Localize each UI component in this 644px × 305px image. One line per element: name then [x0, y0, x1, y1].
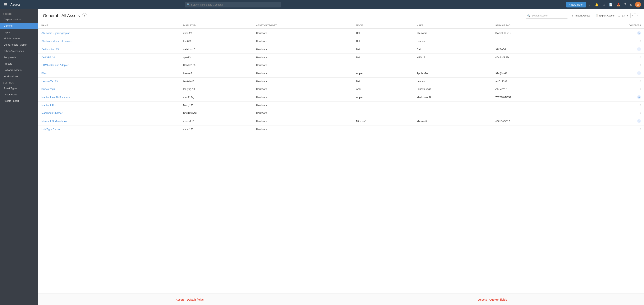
sidebar-item-display-monitor[interactable]: Display Monitor — [0, 16, 38, 23]
cell-display-id: Chst876543 — [180, 109, 253, 117]
cell-contacts: 2 — [575, 45, 644, 54]
cell-contacts: 1 — [575, 69, 644, 78]
cell-model: Dell — [353, 54, 414, 61]
table-row[interactable]: HDMI cable and Adapter HSMIO123 Hardware… — [38, 61, 644, 69]
help-icon-btn[interactable]: ? — [623, 2, 627, 7]
pagination-controls: ‹ › — [630, 13, 640, 18]
col-make: MAKE — [414, 22, 492, 28]
table-row[interactable]: iMac imac-43 Hardware Apple Apple Mac 32… — [38, 69, 644, 78]
cell-model — [353, 61, 414, 69]
table-row[interactable]: Mackbook Charger Chst876543 Hardware 0 — [38, 109, 644, 117]
prev-page-button[interactable]: ‹ — [630, 13, 634, 18]
cell-name: Alienware - gaming laptop — [38, 28, 180, 37]
cell-model — [353, 109, 414, 117]
sidebar-item-assets-import[interactable]: Assets Import — [0, 98, 38, 104]
cell-model: Apple — [353, 93, 414, 101]
cell-category: Hardware — [253, 101, 353, 109]
cell-name: Dell XPS 14 — [38, 54, 180, 61]
cell-name: Macbook Pro — [38, 101, 180, 109]
cell-service-tag: 32#SAD& — [492, 45, 575, 54]
contact-badge[interactable]: 2 — [637, 47, 641, 51]
cell-service-tag — [492, 101, 575, 109]
inbox-icon-btn[interactable]: 📥 — [616, 2, 622, 7]
import-label: Import Assets — [575, 14, 590, 17]
cell-display-id: HSMIO123 — [180, 61, 253, 69]
table-row[interactable]: Dell Inspiron 15 dell-iins-15 Hardware D… — [38, 45, 644, 54]
contact-badge[interactable]: 1 — [637, 119, 641, 123]
cell-make: Mackbook Air — [414, 93, 492, 101]
cell-category: Hardware — [253, 125, 353, 133]
sidebar-item-mobile-devices[interactable]: Mobile devices — [0, 35, 38, 41]
cell-name: Usb Type C - Hub — [38, 125, 180, 133]
contact-badge[interactable]: 1 — [637, 71, 641, 75]
check-icon-btn[interactable]: ✓ — [588, 2, 592, 7]
nav-search-input[interactable] — [185, 2, 281, 7]
sidebar-item-peripherals[interactable]: Peripherals — [0, 54, 38, 60]
cell-model: Dell — [353, 37, 414, 45]
sidebar-item-office-assets-admin[interactable]: Office Assets - Admin — [0, 41, 38, 48]
cell-category: Hardware — [253, 54, 353, 61]
sidebar-item-other-accessories[interactable]: Other Accessories — [0, 48, 38, 54]
cell-service-tag: AKF#A*12 — [492, 85, 575, 93]
cell-name: Mackbook Charger — [38, 109, 180, 117]
sidebar-item-general[interactable]: General — [0, 23, 38, 29]
sidebar: ASSETS Display Monitor General Laptop Mo… — [0, 9, 38, 305]
cell-contacts: 0 — [575, 54, 644, 61]
menu-toggle[interactable] — [3, 2, 8, 7]
next-page-button[interactable]: › — [635, 13, 640, 18]
sidebar-item-asset-fields[interactable]: Asset Fields — [0, 91, 38, 98]
cell-model — [353, 101, 414, 109]
cell-name: lenovo Yoga — [38, 85, 180, 93]
table-row[interactable]: Bluetooth Mouse - Lenovo ... len-600 Har… — [38, 37, 644, 45]
pagination-info: 1 - 13 — [618, 14, 625, 17]
cell-model: Acer — [353, 85, 414, 93]
import-assets-button[interactable]: ⬆ Import Assets — [570, 13, 592, 18]
grid-icon-btn[interactable]: ⊞ — [602, 2, 606, 7]
contact-badge[interactable]: 3 — [637, 95, 641, 99]
table-row[interactable]: Alienware - gaming laptop alien-23 Hardw… — [38, 28, 644, 37]
table-row[interactable]: Lenovo Tab 13 len-tab-13 Hardware Dell L… — [38, 78, 644, 85]
assets-section-label: ASSETS — [0, 11, 38, 16]
bell-icon-btn[interactable]: 🔔 — [594, 2, 600, 7]
sidebar-item-asset-types[interactable]: Asset Types — [0, 85, 38, 91]
export-assets-button[interactable]: 📋 Export Assets — [594, 13, 616, 18]
cell-display-id: len-600 — [180, 37, 253, 45]
cell-model: Apple — [353, 69, 414, 78]
settings-icon-btn[interactable]: ⚙ — [629, 2, 634, 7]
doc-icon-btn[interactable]: 📄 — [608, 2, 614, 7]
tab-custom-fields[interactable]: Assets - Custom fields — [341, 294, 644, 305]
add-asset-button[interactable]: + — [82, 13, 87, 18]
table-row[interactable]: Dell XPS 14 xps-13 Hardware Dell XPS 13 … — [38, 54, 644, 61]
cell-service-tag: ASNDASF12 — [492, 117, 575, 125]
sidebar-item-laptop[interactable]: Laptop — [0, 29, 38, 35]
sidebar-item-software-assets[interactable]: Software Assets — [0, 67, 38, 73]
col-asset-category: ASSET CATEGORY — [253, 22, 353, 28]
table-row[interactable]: Macbook Air 2019 - space ... mac213-g Ha… — [38, 93, 644, 101]
cell-name: Dell Inspiron 15 — [38, 45, 180, 54]
sidebar-item-printers[interactable]: Printers — [0, 60, 38, 67]
contact-count: 0 — [640, 40, 641, 42]
table-row[interactable]: lenovo Yoga len-yog-13 Hardware Acer Len… — [38, 85, 644, 93]
avatar[interactable]: A — [635, 2, 641, 7]
col-contacts: CONTACTS — [575, 22, 644, 28]
tab-default-fields[interactable]: Assets - Default fields — [38, 294, 341, 305]
cell-name: Bluetooth Mouse - Lenovo ... — [38, 37, 180, 45]
cell-contacts: 0 — [575, 37, 644, 45]
table-row[interactable]: Macbook Pro Mac_123 Hardware 0 — [38, 101, 644, 109]
cell-contacts: 0 — [575, 61, 644, 69]
cell-make — [414, 101, 492, 109]
pagination-dropdown[interactable]: ▾ — [627, 14, 628, 17]
col-service-tag: SERVICE TAG — [492, 22, 575, 28]
sidebar-item-workstations[interactable]: Workstations — [0, 73, 38, 79]
nav-search-icon: 🔍 — [187, 3, 190, 6]
cell-service-tag — [492, 61, 575, 69]
table-row[interactable]: Usb Type C - Hub usb-c123 Hardware 0 — [38, 125, 644, 133]
export-icon: 📋 — [595, 14, 598, 17]
cell-service-tag — [492, 37, 575, 45]
search-assets-input[interactable] — [526, 13, 568, 18]
search-assets-container: 🔍 — [526, 13, 568, 18]
cell-make: Lenovo Yoga — [414, 85, 492, 93]
table-row[interactable]: Microsoft Surface book ms-sf-213 Hardwar… — [38, 117, 644, 125]
contact-badge[interactable]: 1 — [637, 31, 641, 35]
new-ticket-button[interactable]: + New Ticket — [566, 2, 586, 7]
